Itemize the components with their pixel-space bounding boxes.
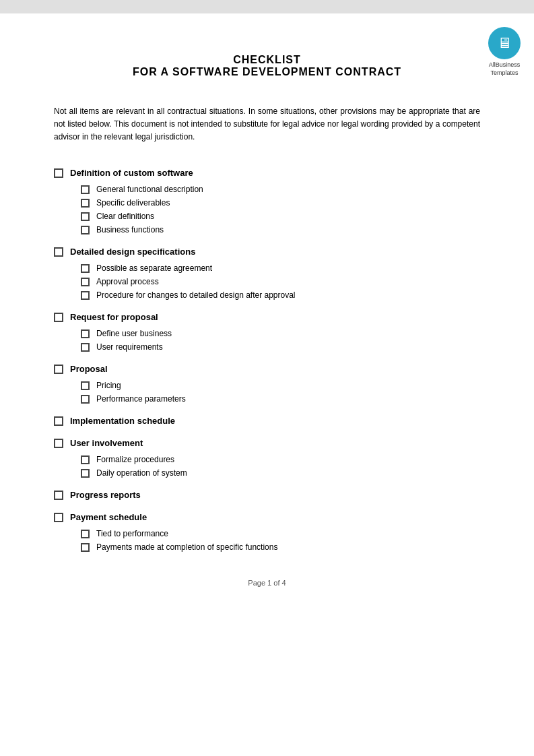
logo-area: 🖥 AllBusiness Templates: [488, 27, 521, 77]
sub-checkbox-1-2[interactable]: [81, 291, 90, 300]
intro-paragraph: Not all items are relevant in all contra…: [54, 105, 480, 144]
sub-label-0-2: Clear definitions: [96, 212, 154, 221]
section-checkbox-6[interactable]: [54, 491, 63, 500]
sub-checkbox-3-1[interactable]: [81, 395, 90, 404]
section-label-4: Implementation schedule: [70, 416, 175, 426]
page-info: Page 1 of 4: [248, 579, 286, 587]
sub-item-7-0: Tied to performance: [81, 529, 480, 538]
document-title: CHECKLIST: [54, 54, 480, 66]
sub-items-5: Formalize proceduresDaily operation of s…: [81, 455, 480, 478]
sub-label-3-0: Pricing: [96, 381, 121, 390]
sub-item-0-1: Specific deliverables: [81, 198, 480, 208]
section-item-7: Payment schedule: [54, 512, 480, 522]
sub-label-1-0: Possible as separate agreement: [96, 263, 212, 273]
sub-checkbox-7-0[interactable]: [81, 530, 90, 538]
document-header: CHECKLIST FOR A SOFTWARE DEVELOPMENT CON…: [54, 54, 480, 78]
sub-checkbox-5-1[interactable]: [81, 469, 90, 478]
section-checkbox-3[interactable]: [54, 365, 63, 374]
sub-item-1-2: Procedure for changes to detailed design…: [81, 290, 480, 300]
section-label-0: Definition of custom software: [70, 168, 193, 178]
section-checkbox-1[interactable]: [54, 247, 63, 257]
section-label-3: Proposal: [70, 364, 108, 374]
sub-checkbox-7-1[interactable]: [81, 543, 90, 552]
sub-label-7-0: Tied to performance: [96, 529, 168, 538]
sub-checkbox-5-0[interactable]: [81, 455, 90, 464]
section-6: Progress reports: [54, 490, 480, 500]
section-checkbox-5[interactable]: [54, 439, 63, 448]
section-item-4: Implementation schedule: [54, 416, 480, 426]
section-checkbox-0[interactable]: [54, 168, 63, 178]
logo-circle: 🖥: [488, 27, 521, 59]
sub-items-3: PricingPerformance parameters: [81, 381, 480, 404]
section-item-1: Detailed design specifications: [54, 247, 480, 257]
sub-checkbox-1-1[interactable]: [81, 278, 90, 286]
section-label-6: Progress reports: [70, 490, 141, 500]
sub-items-2: Define user businessUser requirements: [81, 329, 480, 352]
sub-item-5-1: Daily operation of system: [81, 468, 480, 478]
brand-text: AllBusiness Templates: [489, 61, 521, 77]
section-3: ProposalPricingPerformance parameters: [54, 364, 480, 404]
sub-items-7: Tied to performancePayments made at comp…: [81, 529, 480, 552]
sub-item-2-1: User requirements: [81, 342, 480, 352]
sub-item-5-0: Formalize procedures: [81, 455, 480, 464]
section-item-5: User involvement: [54, 438, 480, 448]
section-label-2: Request for proposal: [70, 312, 158, 322]
section-2: Request for proposalDefine user business…: [54, 312, 480, 352]
section-label-5: User involvement: [70, 438, 143, 448]
section-5: User involvementFormalize proceduresDail…: [54, 438, 480, 478]
section-item-3: Proposal: [54, 364, 480, 374]
sub-items-0: General functional descriptionSpecific d…: [81, 185, 480, 234]
sub-checkbox-2-0[interactable]: [81, 329, 90, 338]
checklist-container: Definition of custom softwareGeneral fun…: [54, 168, 480, 552]
document-subtitle: FOR A SOFTWARE DEVELOPMENT CONTRACT: [54, 66, 480, 78]
section-1: Detailed design specificationsPossible a…: [54, 247, 480, 300]
sub-label-3-1: Performance parameters: [96, 394, 186, 404]
sub-checkbox-0-3[interactable]: [81, 226, 90, 234]
sub-label-7-1: Payments made at completion of specific …: [96, 542, 277, 552]
sub-item-0-3: Business functions: [81, 225, 480, 234]
sub-item-1-0: Possible as separate agreement: [81, 263, 480, 273]
sub-items-1: Possible as separate agreementApproval p…: [81, 263, 480, 300]
sub-label-0-1: Specific deliverables: [96, 198, 170, 208]
sub-item-7-1: Payments made at completion of specific …: [81, 542, 480, 552]
section-item-6: Progress reports: [54, 490, 480, 500]
section-4: Implementation schedule: [54, 416, 480, 426]
sub-item-0-2: Clear definitions: [81, 212, 480, 221]
sub-label-2-1: User requirements: [96, 342, 163, 352]
page-footer: Page 1 of 4: [54, 579, 480, 587]
sub-checkbox-1-0[interactable]: [81, 264, 90, 273]
sub-checkbox-0-2[interactable]: [81, 212, 90, 221]
section-7: Payment scheduleTied to performancePayme…: [54, 512, 480, 552]
sub-checkbox-0-0[interactable]: [81, 185, 90, 194]
section-label-1: Detailed design specifications: [70, 247, 195, 257]
sub-label-1-1: Approval process: [96, 277, 159, 286]
sub-item-3-1: Performance parameters: [81, 394, 480, 404]
section-item-0: Definition of custom software: [54, 168, 480, 178]
section-checkbox-4[interactable]: [54, 416, 63, 426]
section-checkbox-2[interactable]: [54, 313, 63, 322]
section-checkbox-7[interactable]: [54, 513, 63, 522]
sub-label-0-3: Business functions: [96, 225, 164, 234]
section-item-2: Request for proposal: [54, 312, 480, 322]
sub-item-2-0: Define user business: [81, 329, 480, 338]
sub-checkbox-3-0[interactable]: [81, 381, 90, 390]
sub-label-0-0: General functional description: [96, 185, 203, 194]
sub-label-5-1: Daily operation of system: [96, 468, 187, 478]
section-label-7: Payment schedule: [70, 512, 147, 522]
sub-item-3-0: Pricing: [81, 381, 480, 390]
sub-item-0-0: General functional description: [81, 185, 480, 194]
sub-label-5-0: Formalize procedures: [96, 455, 174, 464]
sub-checkbox-0-1[interactable]: [81, 199, 90, 208]
page: 🖥 AllBusiness Templates CHECKLIST FOR A …: [0, 13, 534, 756]
sub-item-1-1: Approval process: [81, 277, 480, 286]
section-0: Definition of custom softwareGeneral fun…: [54, 168, 480, 234]
monitor-icon: 🖥: [497, 34, 512, 52]
sub-label-2-0: Define user business: [96, 329, 172, 338]
sub-checkbox-2-1[interactable]: [81, 343, 90, 352]
sub-label-1-2: Procedure for changes to detailed design…: [96, 290, 296, 300]
